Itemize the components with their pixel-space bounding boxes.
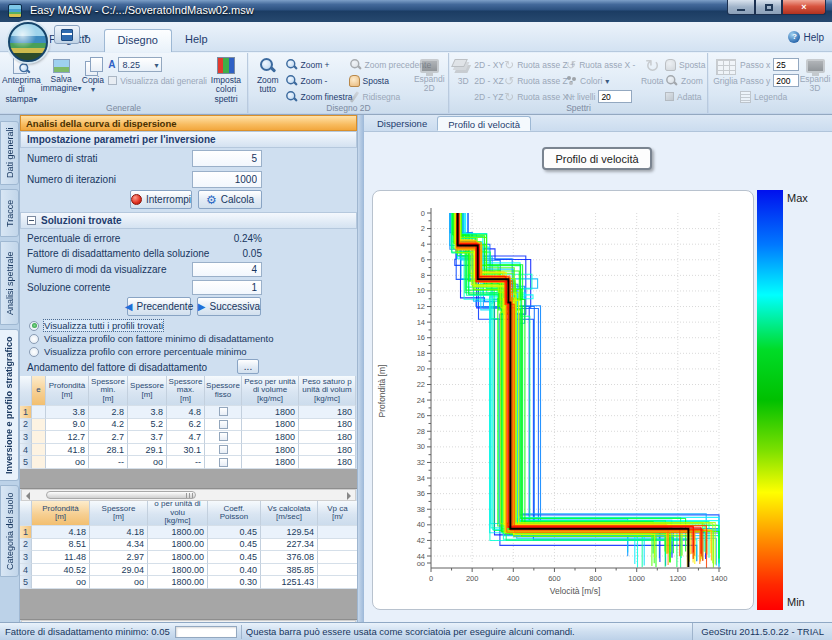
n-livelli-input[interactable] [598, 90, 632, 103]
font-size-combo[interactable]: 8.25 [118, 57, 162, 72]
table1-hscrollbar[interactable] [21, 489, 356, 501]
precedente-button[interactable]: ◀Precendente [127, 297, 191, 316]
tab-disegno[interactable]: Disegno [104, 29, 172, 52]
column-header[interactable]: o per unità di volu [kg/mc] [148, 501, 208, 526]
tab-dispersione[interactable]: Dispersione [367, 116, 437, 131]
column-header[interactable]: Profondità [m] [46, 376, 89, 406]
passo-x-input[interactable] [773, 58, 799, 71]
maximize-button[interactable] [755, 0, 782, 15]
scroll-left-icon[interactable] [26, 492, 30, 500]
sidebar-tab-categoria-del-suolo[interactable]: Categoria del suolo [0, 485, 19, 577]
table-row[interactable]: 13.82.83.84.81800180 [20, 406, 357, 419]
andamento-button[interactable]: ... [237, 359, 259, 374]
column-header[interactable]: Vs calcolata [m/sec] [261, 501, 318, 526]
radio-icon[interactable] [29, 347, 39, 357]
checkbox[interactable] [219, 458, 228, 467]
section-soluzioni[interactable]: Soluzioni trovate [20, 212, 357, 229]
quick-save-button[interactable] [54, 25, 80, 44]
zoom-out-icon [285, 74, 297, 86]
scrollbar-thumb[interactable] [46, 491, 196, 499]
salva-immagine-button[interactable]: Salva immagine [41, 55, 82, 101]
soluzione-corrente-input[interactable] [192, 280, 262, 295]
sidebar-tab-dati-generali[interactable]: Dati generali [0, 121, 19, 185]
num-iterazioni-input[interactable] [192, 171, 262, 188]
tab-profilo-di-velocita[interactable]: Profilo di velocità [437, 116, 531, 131]
column-header[interactable]: Peso saturo p unità di volum [kg/mc] [299, 376, 356, 406]
column-header[interactable]: Spessore fisso [205, 376, 242, 406]
successiva-button[interactable]: ▶Successiva [197, 297, 261, 316]
zoom-meno-button[interactable]: Zoom - [285, 73, 349, 88]
app-logo[interactable] [8, 22, 48, 62]
sposta-button[interactable]: Sposta [349, 73, 413, 88]
checkbox[interactable] [219, 432, 228, 441]
sidebar-tab-inversione-e-profilo-stratigrafico[interactable]: Inversione e profilo stratigrafico [0, 329, 19, 481]
help-button[interactable]: ? Help [788, 31, 824, 43]
fattore-disadattamento-value: 0.05 [192, 248, 262, 259]
maximize-icon [765, 4, 773, 11]
zoom-tutto-button[interactable]: Zoom tutto [251, 55, 285, 101]
radio-icon[interactable] [29, 334, 39, 344]
svg-text:26: 26 [417, 411, 425, 420]
radio-option-1[interactable]: Visualizza tutti i profili trovati [20, 319, 357, 332]
num-strati-input[interactable] [192, 150, 262, 167]
radio-option-2[interactable]: Visualizza profilo con fattore minimo di… [20, 332, 357, 345]
column-header[interactable]: Vp ca [m/ [318, 501, 358, 526]
radio-option-3[interactable]: Visualizza profilo con errore percentual… [20, 345, 357, 358]
interrompi-button[interactable]: Interrompi [130, 190, 192, 209]
table-row[interactable]: 311.482.971800.000.45376.08 [20, 551, 357, 564]
quick-access-caret-icon[interactable] [84, 30, 88, 41]
column-header[interactable]: Spessore min. [m] [89, 376, 128, 406]
checkbox[interactable] [219, 420, 228, 429]
close-button[interactable]: × [782, 0, 826, 15]
column-header[interactable]: Spessore max. [m] [167, 376, 205, 406]
calcola-button[interactable]: ⚙Calcola [198, 190, 262, 209]
zoom-finestra-button[interactable]: Zoom finestra [285, 89, 349, 104]
zoom-piu-button[interactable]: Zoom + [285, 57, 349, 72]
table-row[interactable]: 14.184.181800.000.45129.54 [20, 526, 357, 539]
rotate-ccw-icon: ↺ [566, 59, 576, 71]
radio-icon[interactable] [29, 321, 39, 331]
font-icon: A [108, 59, 115, 70]
passo-y-input[interactable] [773, 74, 799, 87]
sidebar-tab-tracce[interactable]: Tracce [0, 189, 19, 237]
imposta-colori-spettri-button[interactable]: Imposta colori spettri [207, 55, 245, 101]
column-header[interactable]: e [32, 376, 46, 406]
column-header[interactable]: Profondità [m] [32, 501, 90, 526]
table-row[interactable]: 441.828.129.130.11800180 [20, 444, 357, 457]
svg-text:10: 10 [417, 286, 425, 295]
table-row[interactable]: 5oooo1800.000.301251.43 [20, 576, 357, 589]
hand-icon [665, 59, 676, 71]
inversion-panel: Analisi della curva di dispersione Impos… [20, 115, 358, 622]
table-row[interactable]: 440.5229.041800.000.40385.85 [20, 564, 357, 577]
table-row[interactable]: 312.72.73.74.71800180 [20, 431, 357, 444]
table-row[interactable]: 28.514.341800.000.45227.34 [20, 539, 357, 552]
column-header[interactable]: Coeff. Poisson [208, 501, 261, 526]
table-row[interactable]: 29.04.25.26.21800180 [20, 419, 357, 432]
column-header[interactable] [20, 501, 32, 526]
minimize-icon [737, 9, 745, 11]
copia-button[interactable]: Copia [82, 55, 105, 101]
scroll-right-icon[interactable] [347, 492, 351, 500]
ribbon-group-disegno2d: Zoom tutto Zoom + Zoom - Zoom finestra Z… [249, 53, 449, 113]
numero-modi-input[interactable] [192, 262, 262, 277]
monitor-icon [420, 59, 439, 73]
minimize-button[interactable] [727, 0, 755, 15]
n-livelli-label: N. livelli [566, 92, 595, 102]
svg-text:Profondità [m]: Profondità [m] [377, 365, 387, 418]
column-header[interactable]: Spessore [m] [90, 501, 148, 526]
rotate-icon: ↻ [645, 57, 660, 75]
collapse-icon[interactable] [27, 216, 36, 225]
status-progress-box [175, 626, 237, 638]
checkbox[interactable] [219, 407, 228, 416]
tab-help[interactable]: Help [172, 29, 221, 52]
column-header[interactable] [20, 376, 32, 406]
column-header[interactable]: Peso per unità di volume [kg/mc] [242, 376, 299, 406]
svg-text:oo: oo [417, 559, 425, 568]
table-row[interactable]: 5oo--oo--1800180 [20, 456, 357, 469]
anteprima-di-stampa-button[interactable]: Anteprima di stampa [2, 55, 41, 101]
column-header[interactable]: Spessore [m] [128, 376, 167, 406]
svg-text:400: 400 [507, 574, 520, 583]
2d-xy-button: 2D - XY [474, 57, 504, 72]
sidebar-tab-analisi-spettrale[interactable]: Analisi spettrale [0, 241, 19, 325]
checkbox[interactable] [219, 445, 228, 454]
